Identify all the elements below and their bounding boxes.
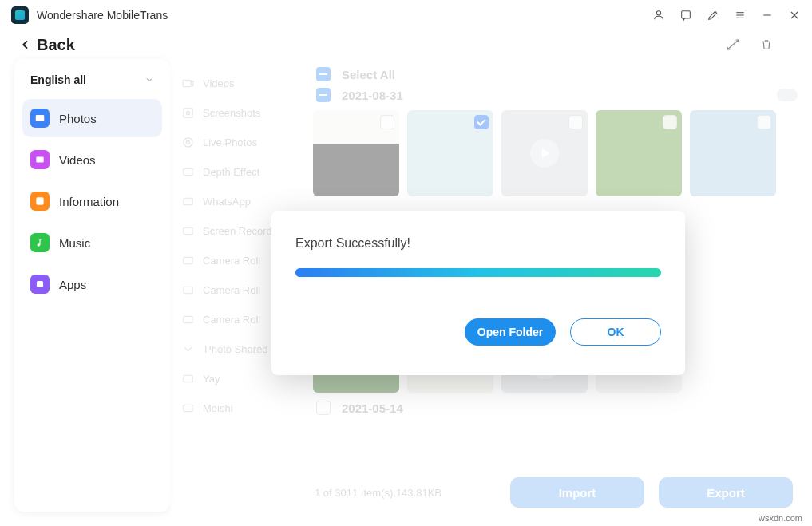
photo-thumbnail[interactable]: [407, 110, 493, 196]
category-item-videos[interactable]: Videos: [173, 69, 307, 98]
dialog-title: Export Successfully!: [295, 236, 661, 251]
play-icon: [530, 139, 559, 168]
delete-icon[interactable]: [759, 38, 774, 52]
sidebar-item-label: Music: [59, 236, 90, 250]
date-group-checkbox[interactable]: [316, 88, 331, 102]
progress-bar: [295, 268, 661, 277]
app-logo: [11, 6, 29, 24]
close-icon[interactable]: [788, 9, 801, 22]
sidebar-item-label: Apps: [59, 278, 86, 291]
svg-point-17: [186, 140, 189, 144]
open-folder-button[interactable]: Open Folder: [465, 318, 556, 346]
svg-rect-21: [184, 257, 192, 264]
ok-button[interactable]: OK: [570, 318, 661, 346]
sidebar-item-videos[interactable]: Videos: [22, 140, 162, 179]
thumb-checkbox[interactable]: [757, 115, 771, 129]
photo-thumbnail[interactable]: [690, 110, 776, 196]
select-all-row[interactable]: Select All: [313, 64, 798, 85]
chevron-down-icon: [145, 75, 154, 85]
export-button[interactable]: Export: [659, 477, 793, 508]
photo-thumbnail[interactable]: [596, 110, 682, 196]
videos-icon: [30, 150, 50, 169]
date-group-label: 2021-05-14: [342, 401, 403, 415]
date-group-row[interactable]: 2021-08-31: [313, 85, 798, 105]
category-item-screenshots[interactable]: Screenshots: [173, 98, 307, 128]
date-group-label: 2021-08-31: [342, 89, 403, 102]
svg-rect-25: [184, 405, 192, 412]
svg-rect-12: [37, 281, 43, 287]
language-label: English all: [30, 73, 86, 86]
chevron-left-icon: [19, 38, 32, 51]
svg-point-15: [186, 111, 189, 114]
back-row: Back: [0, 30, 812, 59]
refresh-icon[interactable]: [726, 38, 740, 52]
sidebar-item-label: Videos: [59, 153, 96, 167]
svg-rect-22: [184, 287, 192, 294]
language-selector[interactable]: English all: [22, 73, 162, 99]
svg-rect-8: [36, 115, 45, 121]
sidebar-item-label: Information: [59, 195, 119, 208]
sidebar: English all Photos Videos Information Mu…: [14, 59, 170, 512]
thumb-checkbox[interactable]: [663, 115, 677, 129]
information-icon: [30, 192, 50, 211]
user-icon[interactable]: [652, 9, 665, 22]
back-button[interactable]: Back: [19, 36, 75, 54]
apps-icon: [30, 275, 50, 294]
photo-thumbnail[interactable]: [501, 110, 588, 196]
music-icon: [30, 233, 50, 252]
svg-rect-18: [184, 168, 192, 176]
back-label: Back: [37, 36, 75, 54]
svg-rect-9: [36, 157, 43, 163]
date-group-checkbox[interactable]: [316, 401, 331, 415]
footer-info: 1 of 3011 Item(s),143.81KB: [315, 487, 442, 499]
menu-icon[interactable]: [734, 9, 747, 22]
minimize-icon[interactable]: [761, 9, 774, 22]
photos-icon: [30, 109, 50, 128]
thumb-checkbox[interactable]: [380, 115, 394, 129]
chevron-down-icon: [181, 342, 195, 356]
sidebar-item-label: Photos: [59, 112, 97, 125]
footer: 1 of 3011 Item(s),143.81KB Import Export: [310, 473, 798, 512]
sidebar-item-information[interactable]: Information: [22, 182, 162, 220]
edit-icon[interactable]: [707, 9, 719, 22]
svg-rect-13: [183, 80, 191, 87]
select-all-label: Select All: [342, 68, 395, 81]
svg-point-16: [184, 138, 192, 147]
svg-rect-19: [184, 198, 192, 205]
category-item-meishi[interactable]: Meishi: [173, 394, 307, 423]
sidebar-item-music[interactable]: Music: [22, 223, 162, 262]
category-item-depth-effect[interactable]: Depth Effect: [173, 157, 307, 187]
app-title: Wondershare MobileTrans: [37, 9, 168, 22]
svg-rect-10: [36, 197, 43, 204]
thumb-checkbox[interactable]: [568, 115, 583, 129]
sidebar-item-photos[interactable]: Photos: [22, 99, 162, 137]
feedback-icon[interactable]: [679, 9, 692, 22]
select-all-checkbox[interactable]: [316, 67, 331, 81]
svg-rect-20: [184, 227, 192, 235]
import-button[interactable]: Import: [510, 477, 644, 508]
sidebar-item-apps[interactable]: Apps: [22, 265, 162, 303]
thumb-checkbox[interactable]: [474, 115, 489, 129]
photo-thumbnail[interactable]: [313, 110, 399, 196]
watermark: wsxdn.com: [759, 513, 802, 523]
svg-rect-23: [184, 316, 192, 323]
export-success-dialog: Export Successfully! Open Folder OK: [271, 211, 685, 375]
titlebar: Wondershare MobileTrans: [0, 0, 812, 30]
svg-point-0: [656, 11, 660, 15]
date-group-row[interactable]: 2021-05-14: [313, 397, 798, 418]
svg-rect-14: [184, 109, 192, 117]
category-item-live-photos[interactable]: Live Photos: [173, 128, 307, 157]
count-badge: [777, 89, 798, 101]
svg-rect-24: [184, 375, 192, 382]
svg-rect-1: [682, 11, 691, 18]
